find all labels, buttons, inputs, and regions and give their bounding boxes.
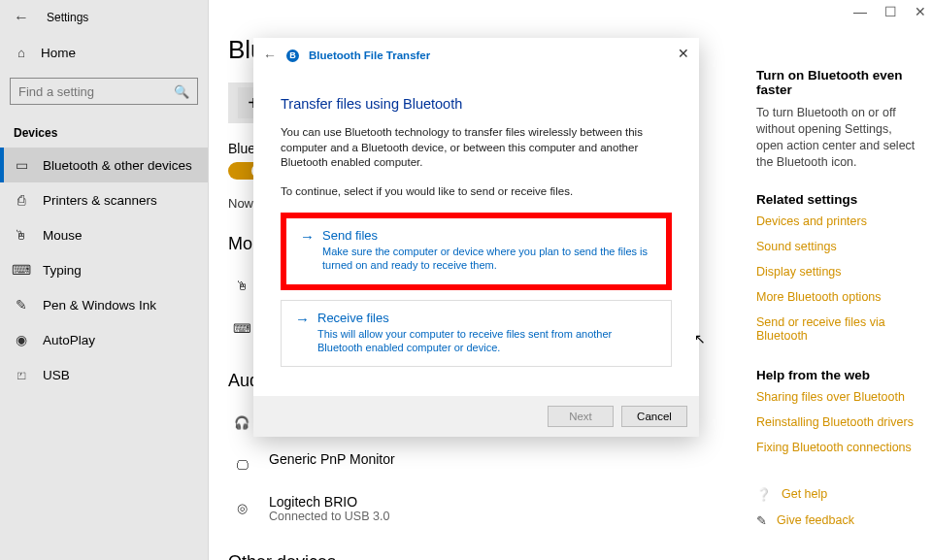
close-window-button[interactable]: ✕ — [915, 4, 926, 19]
get-help-link[interactable]: ❔ Get help — [756, 487, 921, 502]
window-title: Settings — [47, 11, 88, 24]
sidebar-item-label: Pen & Windows Ink — [43, 298, 156, 313]
sidebar-item-label: Typing — [43, 263, 82, 278]
monitor-icon: 🖵 — [228, 451, 255, 478]
link-sharing-bt[interactable]: Sharing files over Bluetooth — [756, 390, 921, 404]
devices-icon: ▭ — [14, 157, 29, 173]
sidebar-item-typing[interactable]: ⌨ Typing — [0, 252, 208, 287]
dialog-back-button[interactable]: ← — [263, 48, 277, 63]
keyboard-icon: ⌨ — [14, 262, 29, 278]
cancel-button[interactable]: Cancel — [621, 406, 687, 427]
link-send-receive-bt[interactable]: Send or receive files via Bluetooth — [756, 315, 921, 343]
link-reinstall-bt[interactable]: Reinstalling Bluetooth drivers — [756, 415, 921, 429]
receive-files-option[interactable]: → Receive files This will allow your com… — [281, 300, 672, 368]
keyboard-device-icon: ⌨ — [228, 314, 255, 342]
headphones-icon: 🎧 — [228, 409, 255, 436]
dialog-title: Bluetooth File Transfer — [309, 49, 430, 61]
option-title: Send files — [322, 228, 652, 243]
link-fixing-bt[interactable]: Fixing Bluetooth connections — [756, 441, 921, 454]
minimize-button[interactable]: — — [853, 4, 867, 19]
sidebar-item-bluetooth[interactable]: ▭ Bluetooth & other devices — [0, 148, 208, 182]
link-more-bluetooth[interactable]: More Bluetooth options — [756, 290, 921, 304]
pen-icon: ✎ — [14, 297, 29, 313]
send-files-option[interactable]: → Send files Make sure the computer or d… — [281, 213, 672, 290]
device-status: Connected to USB 3.0 — [269, 510, 389, 523]
arrow-right-icon: → — [300, 228, 315, 245]
option-subtitle: Make sure the computer or device where y… — [322, 245, 652, 273]
back-button[interactable]: ← — [14, 9, 29, 26]
dialog-heading: Transfer files using Bluetooth — [281, 96, 672, 112]
arrow-right-icon: → — [295, 311, 310, 327]
sidebar-item-label: Bluetooth & other devices — [43, 158, 192, 173]
sidebar-item-label: Printers & scanners — [43, 193, 157, 208]
right-heading-related: Related settings — [756, 192, 921, 207]
bluetooth-file-transfer-dialog: ← B Bluetooth File Transfer ✕ Transfer f… — [253, 38, 699, 437]
device-name: Generic PnP Monitor — [269, 451, 395, 467]
maximize-button[interactable]: ☐ — [884, 4, 897, 19]
link-display-settings[interactable]: Display settings — [756, 265, 921, 279]
dialog-paragraph: To continue, select if you would like to… — [281, 184, 672, 200]
sidebar-item-label: AutoPlay — [43, 333, 95, 347]
option-subtitle: This will allow your computer to receive… — [317, 327, 657, 355]
printer-icon: ⎙ — [14, 192, 29, 208]
option-title: Receive files — [317, 311, 657, 325]
sidebar-item-usb[interactable]: ⏍ USB — [0, 357, 208, 392]
right-panel: Turn on Bluetooth even faster To turn Bl… — [756, 68, 921, 540]
mouse-device-icon: 🖱 — [228, 272, 255, 299]
usb-icon: ⏍ — [14, 367, 29, 382]
sidebar-item-autoplay[interactable]: ◉ AutoPlay — [0, 322, 208, 357]
mouse-icon: 🖱 — [14, 227, 29, 243]
bluetooth-icon: B — [286, 49, 299, 62]
sidebar-item-home[interactable]: ⌂ Home — [0, 35, 208, 70]
sidebar-section-label: Devices — [0, 113, 208, 148]
link-sound-settings[interactable]: Sound settings — [756, 240, 921, 253]
right-paragraph: To turn Bluetooth on or off without open… — [756, 105, 921, 171]
right-heading: Turn on Bluetooth even faster — [756, 68, 921, 97]
webcam-icon: ◎ — [228, 494, 255, 521]
search-field[interactable] — [18, 84, 164, 99]
link-label: Get help — [782, 487, 827, 501]
home-icon: ⌂ — [14, 45, 29, 60]
autoplay-icon: ◉ — [14, 332, 29, 347]
link-devices-printers[interactable]: Devices and printers — [756, 214, 921, 228]
sidebar-item-label: Home — [41, 46, 76, 60]
sidebar-item-pen[interactable]: ✎ Pen & Windows Ink — [0, 287, 208, 322]
settings-sidebar: ← Settings ⌂ Home 🔍 Devices ▭ Bluetooth … — [0, 0, 209, 560]
feedback-icon: ✎ — [756, 513, 767, 528]
next-button[interactable]: Next — [548, 406, 614, 427]
dialog-close-button[interactable]: ✕ — [678, 46, 689, 61]
device-name: Logitech BRIO — [269, 494, 389, 510]
give-feedback-link[interactable]: ✎ Give feedback — [756, 513, 921, 528]
section-other-heading: Other devices — [228, 552, 932, 560]
help-icon: ❔ — [756, 487, 772, 502]
search-input[interactable]: 🔍 — [10, 78, 198, 105]
search-icon: 🔍 — [174, 84, 189, 99]
sidebar-item-printers[interactable]: ⎙ Printers & scanners — [0, 182, 208, 217]
sidebar-item-label: USB — [43, 368, 70, 382]
link-label: Give feedback — [777, 513, 854, 527]
dialog-paragraph: You can use Bluetooth technology to tran… — [281, 125, 672, 171]
sidebar-item-mouse[interactable]: 🖱 Mouse — [0, 217, 208, 252]
right-heading-help: Help from the web — [756, 368, 921, 382]
sidebar-item-label: Mouse — [43, 228, 83, 243]
